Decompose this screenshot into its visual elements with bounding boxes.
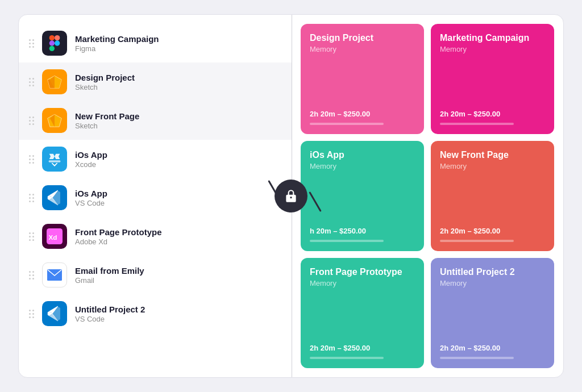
- list-item-new-front-page[interactable]: New Front Page Sketch: [19, 101, 292, 140]
- item-subtitle-untitled-project-2: VS Code: [75, 315, 281, 323]
- item-text-ios-app-xcode: iOs App Xcode: [75, 150, 281, 169]
- item-subtitle-marketing-campaign: Figma: [75, 44, 281, 53]
- card-subtitle-front-page-prototype-card: Memory: [310, 279, 415, 287]
- item-text-untitled-project-2: Untitled Project 2 VS Code: [75, 305, 281, 323]
- svg-point-4: [55, 40, 60, 45]
- card-footer-untitled-project-2-card: 2h 20m – $250.00: [440, 344, 545, 352]
- card-design-project-card[interactable]: Design Project Memory 2h 20m – $250.00: [301, 24, 424, 134]
- item-subtitle-design-project: Sketch: [75, 83, 281, 91]
- item-title-front-page-prototype: Front Page Prototype: [75, 227, 281, 237]
- svg-rect-2: [49, 40, 55, 45]
- card-new-front-page-card[interactable]: New Front Page Memory 2h 20m – $250.00: [431, 141, 554, 251]
- card-bar-design-project-card: [310, 123, 384, 125]
- list-item-untitled-project-2[interactable]: Untitled Project 2 VS Code: [19, 294, 292, 333]
- item-title-new-front-page: New Front Page: [75, 111, 281, 121]
- list-item-ios-app-xcode[interactable]: iOs App Xcode: [19, 140, 292, 178]
- item-text-new-front-page: New Front Page Sketch: [75, 111, 281, 130]
- list-item-design-project[interactable]: Design Project Sketch: [19, 62, 292, 101]
- svg-rect-0: [49, 35, 55, 40]
- card-subtitle-marketing-campaign-card: Memory: [440, 45, 545, 53]
- main-container: Marketing Campaign Figma Design Project …: [18, 14, 564, 378]
- svg-rect-1: [55, 35, 60, 40]
- item-title-design-project: Design Project: [75, 73, 281, 82]
- lock-badge[interactable]: [275, 180, 307, 212]
- card-front-page-prototype-card[interactable]: Front Page Prototype Memory 2h 20m – $25…: [301, 258, 424, 368]
- card-bar-marketing-campaign-card: [440, 123, 514, 125]
- card-title-front-page-prototype-card: Front Page Prototype: [310, 267, 415, 277]
- list-item-email-from-emily[interactable]: Email from Emily Gmail: [19, 256, 292, 294]
- card-footer-marketing-campaign-card: 2h 20m – $250.00: [440, 110, 545, 118]
- card-footer-ios-app-card: h 20m – $250.00: [310, 227, 415, 235]
- left-panel: Marketing Campaign Figma Design Project …: [19, 15, 292, 377]
- card-bar-untitled-project-2-card: [440, 357, 514, 359]
- card-title-marketing-campaign-card: Marketing Campaign: [440, 33, 545, 43]
- item-text-marketing-campaign: Marketing Campaign Figma: [75, 34, 281, 53]
- item-text-ios-app-vscode: iOs App VS Code: [75, 189, 281, 207]
- svg-rect-3: [49, 46, 55, 51]
- item-subtitle-ios-app-xcode: Xcode: [75, 160, 281, 169]
- card-title-untitled-project-2-card: Untitled Project 2: [440, 267, 545, 277]
- card-bar-ios-app-card: [310, 240, 384, 242]
- card-subtitle-untitled-project-2-card: Memory: [440, 279, 545, 287]
- drag-handle[interactable]: [29, 155, 34, 164]
- card-bar-new-front-page-card: [440, 240, 514, 242]
- item-text-email-from-emily: Email from Emily Gmail: [75, 266, 281, 285]
- item-title-marketing-campaign: Marketing Campaign: [75, 34, 281, 44]
- item-subtitle-email-from-emily: Gmail: [75, 276, 281, 285]
- list-item-ios-app-vscode[interactable]: iOs App VS Code: [19, 178, 292, 217]
- card-subtitle-new-front-page-card: Memory: [440, 162, 545, 170]
- drag-handle[interactable]: [29, 271, 34, 280]
- lock-icon: [284, 189, 298, 203]
- drag-handle[interactable]: [29, 232, 34, 241]
- item-title-ios-app-xcode: iOs App: [75, 150, 281, 160]
- item-text-design-project: Design Project Sketch: [75, 73, 281, 91]
- card-ios-app-card[interactable]: iOs App Memory h 20m – $250.00: [301, 141, 424, 251]
- svg-rect-13: [49, 160, 61, 162]
- drag-handle[interactable]: [29, 78, 34, 86]
- card-marketing-campaign-card[interactable]: Marketing Campaign Memory 2h 20m – $250.…: [431, 24, 554, 134]
- card-subtitle-design-project-card: Memory: [310, 45, 415, 53]
- card-footer-design-project-card: 2h 20m – $250.00: [310, 110, 415, 118]
- card-footer-new-front-page-card: 2h 20m – $250.00: [440, 227, 545, 235]
- right-panel: Design Project Memory 2h 20m – $250.00 M…: [292, 15, 563, 377]
- drag-handle[interactable]: [29, 116, 34, 125]
- drag-handle[interactable]: [29, 39, 34, 48]
- item-title-untitled-project-2: Untitled Project 2: [75, 305, 281, 314]
- card-title-ios-app-card: iOs App: [310, 150, 415, 160]
- card-footer-front-page-prototype-card: 2h 20m – $250.00: [310, 344, 415, 352]
- drag-handle[interactable]: [29, 194, 34, 202]
- card-untitled-project-2-card[interactable]: Untitled Project 2 Memory 2h 20m – $250.…: [431, 258, 554, 368]
- item-text-front-page-prototype: Front Page Prototype Adobe Xd: [75, 227, 281, 246]
- drag-handle[interactable]: [29, 310, 34, 318]
- item-title-ios-app-vscode: iOs App: [75, 189, 281, 198]
- list-item-marketing-campaign[interactable]: Marketing Campaign Figma: [19, 24, 292, 62]
- item-subtitle-new-front-page: Sketch: [75, 122, 281, 130]
- item-subtitle-front-page-prototype: Adobe Xd: [75, 237, 281, 246]
- item-subtitle-ios-app-vscode: VS Code: [75, 199, 281, 207]
- svg-text:Xd: Xd: [49, 233, 57, 241]
- item-title-email-from-emily: Email from Emily: [75, 266, 281, 276]
- card-title-new-front-page-card: New Front Page: [440, 150, 545, 160]
- card-title-design-project-card: Design Project: [310, 33, 415, 43]
- card-bar-front-page-prototype-card: [310, 357, 384, 359]
- card-subtitle-ios-app-card: Memory: [310, 162, 415, 170]
- list-item-front-page-prototype[interactable]: Xd Front Page Prototype Adobe Xd: [19, 217, 292, 256]
